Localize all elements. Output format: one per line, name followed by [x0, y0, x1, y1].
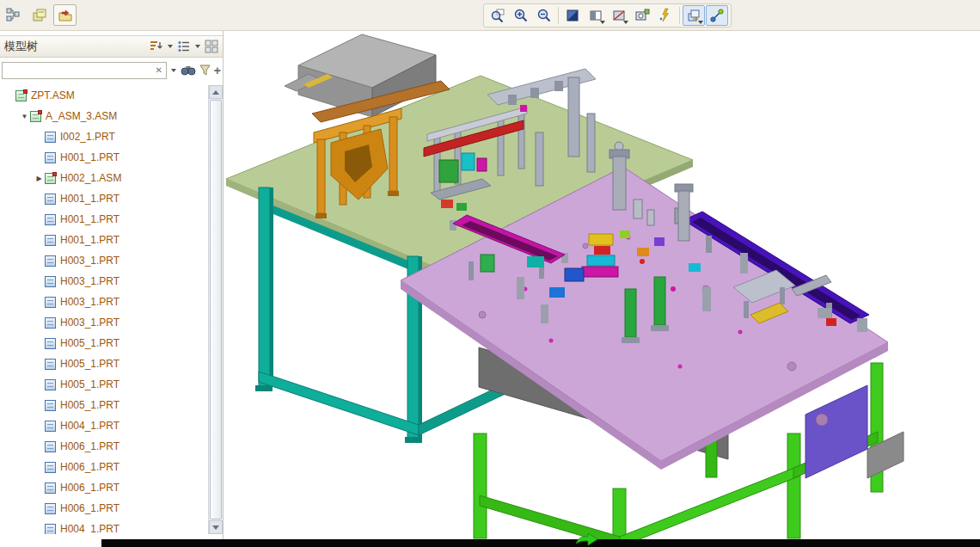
tree-item-h005-1-prt[interactable]: H005_1.PRT: [1, 353, 207, 374]
tree-sort-button[interactable]: [150, 38, 163, 55]
prt-icon: [45, 235, 56, 246]
model-tree: ZPT.ASM▼A_ASM_3.ASMI002_1.PRTH001_1.PRT▶…: [1, 85, 207, 534]
tree-item-h006-1-prt[interactable]: H006_1.PRT: [1, 498, 207, 519]
asm-marker-icon: [52, 172, 57, 176]
zoom-in-button[interactable]: [510, 5, 532, 26]
asm-marker-icon: [38, 110, 42, 114]
connections-graph-icon: [709, 8, 725, 23]
navigator-grid-icon: [6, 8, 21, 22]
tree-item-label: H001_1.PRT: [60, 193, 119, 205]
funnel-icon: [199, 64, 211, 77]
display-style-button[interactable]: [585, 5, 607, 26]
panel-title: 模型树: [4, 39, 38, 54]
show-dropdown-caret-icon[interactable]: [195, 45, 200, 48]
tree-item-h003-1-prt[interactable]: H003_1.PRT: [1, 271, 207, 292]
collapse-icon[interactable]: ▼: [19, 113, 30, 120]
binoculars-icon: [181, 64, 196, 77]
tree-item-h003-1-prt[interactable]: H003_1.PRT: [1, 250, 207, 271]
performance-button[interactable]: [654, 5, 677, 26]
tree-item-h006-1-prt[interactable]: H006_1.PRT: [1, 436, 207, 457]
search-dropdown-caret-icon[interactable]: [171, 69, 176, 72]
tree-item-h005-1-prt[interactable]: H005_1.PRT: [1, 374, 207, 395]
asm-icon: [15, 90, 27, 101]
section-view-button[interactable]: [608, 5, 630, 26]
tree-item-i002-1-prt[interactable]: I002_1.PRT: [1, 126, 207, 147]
prt-icon: [45, 276, 56, 287]
prt-icon: [45, 152, 56, 163]
prt-icon: [45, 379, 56, 390]
tree-item-label: H005_1.PRT: [60, 358, 119, 370]
tree-item-label: H006_1.PRT: [60, 502, 119, 514]
model-tree-header: 模型树: [0, 35, 223, 58]
search-input[interactable]: [3, 64, 151, 77]
tree-item-h005-1-prt[interactable]: H005_1.PRT: [1, 395, 207, 415]
tree-item-label: H001_1.PRT: [60, 234, 119, 246]
tree-item-label: H003_1.PRT: [60, 317, 119, 329]
tree-item-label: H003_1.PRT: [60, 255, 119, 267]
tree-item-h001-1-prt[interactable]: H001_1.PRT: [1, 230, 207, 250]
scroll-down-button[interactable]: [209, 520, 223, 534]
dropdown-caret-icon: [698, 21, 703, 24]
tree-item-label: I002_1.PRT: [60, 131, 115, 143]
navigator-toggle-button[interactable]: [2, 4, 25, 26]
prt-icon: [45, 297, 56, 308]
tree-item-h003-1-prt[interactable]: H003_1.PRT: [1, 292, 207, 312]
tree-item-label: H006_1.PRT: [60, 440, 119, 452]
prt-icon: [45, 503, 56, 514]
scroll-thumb[interactable]: [210, 100, 222, 519]
shaded-display-icon: [565, 8, 580, 23]
zoom-out-icon: [536, 8, 552, 23]
tree-item-h001-1-prt[interactable]: H001_1.PRT: [1, 147, 207, 168]
tree-settings-button[interactable]: [205, 38, 218, 55]
prt-icon: [45, 441, 56, 452]
clear-search-icon[interactable]: ✕: [151, 65, 165, 75]
open-folder-button[interactable]: [53, 4, 77, 26]
add-filter-button[interactable]: +: [214, 62, 221, 79]
duplicate-window-button[interactable]: [28, 4, 51, 26]
sort-icon: [150, 40, 163, 53]
tree-item-h004-1-prt[interactable]: H004_1.PRT: [1, 415, 207, 436]
repaint-shaded-button[interactable]: [561, 5, 584, 26]
prt-icon: [45, 462, 56, 473]
capture-image-button[interactable]: [631, 5, 653, 26]
navigator-panel: 模型树: [0, 31, 224, 539]
tree-scrollbar[interactable]: [208, 85, 223, 534]
3d-viewport[interactable]: [224, 31, 980, 539]
bottom-taskbar-strip: [101, 539, 980, 547]
expand-icon[interactable]: ▶: [34, 175, 45, 182]
scroll-up-button[interactable]: [209, 85, 223, 99]
tree-item-h006-1-prt[interactable]: H006_1.PRT: [1, 457, 207, 477]
toolbar-separator: [679, 7, 680, 24]
tree-item-label: H001_1.PRT: [60, 213, 119, 225]
tree-item-a-asm-3-asm[interactable]: ▼A_ASM_3.ASM: [1, 106, 207, 126]
tree-item-h003-1-prt[interactable]: H003_1.PRT: [1, 312, 207, 333]
component-connections-button[interactable]: [706, 5, 728, 26]
prt-icon: [45, 194, 56, 205]
capture-image-icon: [634, 8, 650, 23]
tree-item-label: H005_1.PRT: [60, 337, 119, 349]
status-arrow-icon: [574, 533, 598, 547]
zoom-in-icon: [513, 8, 529, 23]
tree-item-h004-1-prt[interactable]: H004_1.PRT: [1, 519, 207, 534]
prt-icon: [45, 400, 56, 411]
tree-item-h002-1-asm[interactable]: ▶H002_1.ASM: [1, 168, 207, 188]
tree-item-h001-1-prt[interactable]: H001_1.PRT: [1, 188, 207, 209]
tree-item-h001-1-prt[interactable]: H001_1.PRT: [1, 209, 207, 230]
tree-item-label: H004_1.PRT: [60, 420, 119, 432]
tree-item-label: H001_1.PRT: [60, 151, 119, 163]
zoom-region-button[interactable]: [487, 5, 509, 26]
tree-item-label: H005_1.PRT: [60, 378, 119, 390]
tree-item-label: A_ASM_3.ASM: [46, 110, 117, 122]
tree-item-zpt-asm[interactable]: ZPT.ASM: [1, 85, 207, 106]
tree-item-label: H003_1.PRT: [60, 296, 119, 308]
tree-show-button[interactable]: [177, 38, 191, 55]
display-settings-button[interactable]: [683, 5, 705, 26]
view-toolbar: [483, 3, 732, 28]
tree-item-h005-1-prt[interactable]: H005_1.PRT: [1, 333, 207, 353]
sort-dropdown-caret-icon[interactable]: [168, 45, 173, 48]
find-button[interactable]: [181, 62, 196, 79]
filter-button[interactable]: [199, 62, 211, 79]
tree-item-h006-1-prt[interactable]: H006_1.PRT: [1, 477, 207, 498]
zoom-out-button[interactable]: [533, 5, 555, 26]
prt-icon: [45, 524, 56, 535]
